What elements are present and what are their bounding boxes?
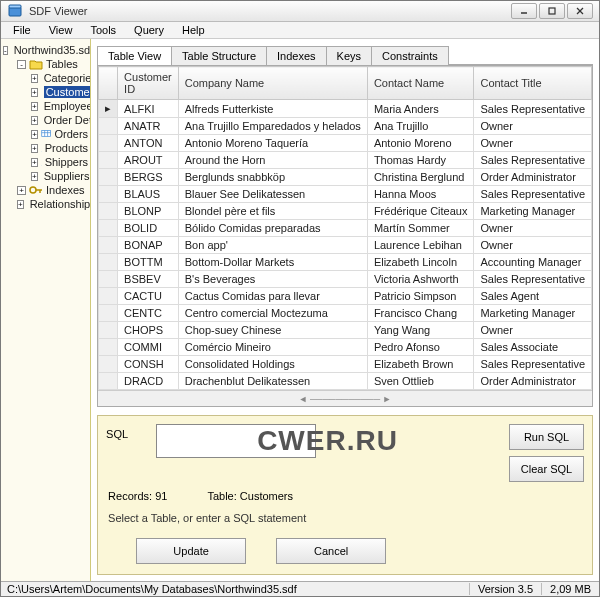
cell[interactable]: Francisco Chang <box>367 305 474 322</box>
table-row[interactable]: BOTTMBottom-Dollar MarketsElizabeth Linc… <box>99 254 592 271</box>
cell[interactable]: ANTON <box>118 135 179 152</box>
cell[interactable]: BONAP <box>118 237 179 254</box>
cell[interactable]: Accounting Manager <box>474 254 592 271</box>
tree-tables[interactable]: - Tables <box>17 57 88 71</box>
cell[interactable]: BOTTM <box>118 254 179 271</box>
cell[interactable]: Sales Representative <box>474 152 592 169</box>
tree-indexes[interactable]: + Indexes <box>17 183 88 197</box>
cell[interactable]: Martín Sommer <box>367 220 474 237</box>
row-selector[interactable] <box>99 305 118 322</box>
column-header[interactable]: Company Name <box>178 67 367 100</box>
tree-table-item[interactable]: +Shippers <box>31 155 88 169</box>
row-selector[interactable] <box>99 186 118 203</box>
table-row[interactable]: CHOPSChop-suey ChineseYang WangOwner <box>99 322 592 339</box>
menu-tools[interactable]: Tools <box>82 22 124 38</box>
expand-toggle[interactable]: + <box>31 116 38 125</box>
table-row[interactable]: DRACDDrachenblut DelikatessenSven Ottlie… <box>99 373 592 390</box>
cell[interactable]: Blauer See Delikatessen <box>178 186 367 203</box>
cell[interactable]: BLONP <box>118 203 179 220</box>
table-row[interactable]: ANTONAntonio Moreno TaqueríaAntonio More… <box>99 135 592 152</box>
row-selector[interactable] <box>99 373 118 390</box>
cell[interactable]: Antonio Moreno <box>367 135 474 152</box>
table-row[interactable]: COMMIComércio MineiroPedro AfonsoSales A… <box>99 339 592 356</box>
expand-toggle[interactable]: + <box>31 130 38 139</box>
row-selector[interactable] <box>99 288 118 305</box>
table-row[interactable]: BLAUSBlauer See DelikatessenHanna MoosSa… <box>99 186 592 203</box>
expand-toggle[interactable]: - <box>3 46 8 55</box>
cell[interactable]: ALFKI <box>118 100 179 118</box>
cell[interactable]: Ana Trujillo <box>367 118 474 135</box>
expand-toggle[interactable]: + <box>17 200 24 209</box>
expand-toggle[interactable]: + <box>31 144 38 153</box>
cell[interactable]: CHOPS <box>118 322 179 339</box>
cell[interactable]: Owner <box>474 237 592 254</box>
menu-view[interactable]: View <box>41 22 81 38</box>
maximize-button[interactable] <box>539 3 565 19</box>
table-row[interactable]: CACTUCactus Comidas para llevarPatricio … <box>99 288 592 305</box>
cell[interactable]: Maria Anders <box>367 100 474 118</box>
cell[interactable]: Sales Representative <box>474 186 592 203</box>
cell[interactable]: Order Administrator <box>474 373 592 390</box>
cell[interactable]: Frédérique Citeaux <box>367 203 474 220</box>
cell[interactable]: BLAUS <box>118 186 179 203</box>
cell[interactable]: Drachenblut Delikatessen <box>178 373 367 390</box>
table-row[interactable]: BLONPBlondel père et filsFrédérique Cite… <box>99 203 592 220</box>
tab-table-structure[interactable]: Table Structure <box>171 46 267 65</box>
sql-input[interactable] <box>156 424 316 458</box>
tree-root[interactable]: - Northwind35.sdf <box>3 43 88 57</box>
cell[interactable]: Laurence Lebihan <box>367 237 474 254</box>
cell[interactable]: Yang Wang <box>367 322 474 339</box>
row-selector[interactable] <box>99 322 118 339</box>
cell[interactable]: Bon app' <box>178 237 367 254</box>
tree-table-item[interactable]: +Products <box>31 141 88 155</box>
cell[interactable]: Consolidated Holdings <box>178 356 367 373</box>
cell[interactable]: BSBEV <box>118 271 179 288</box>
cell[interactable]: BERGS <box>118 169 179 186</box>
tab-keys[interactable]: Keys <box>326 46 372 65</box>
update-button[interactable]: Update <box>136 538 246 564</box>
tree-table-item[interactable]: +Order Details <box>31 113 88 127</box>
cell[interactable]: Order Administrator <box>474 169 592 186</box>
close-button[interactable] <box>567 3 593 19</box>
row-selector[interactable] <box>99 135 118 152</box>
grid-scroll[interactable]: Customer IDCompany NameContact NameConta… <box>98 66 592 390</box>
cell[interactable]: Berglunds snabbköp <box>178 169 367 186</box>
row-selector[interactable] <box>99 152 118 169</box>
cell[interactable]: B's Beverages <box>178 271 367 288</box>
tree-table-item[interactable]: +Suppliers <box>31 169 88 183</box>
minimize-button[interactable] <box>511 3 537 19</box>
cell[interactable]: Sales Associate <box>474 339 592 356</box>
cell[interactable]: Bólido Comidas preparadas <box>178 220 367 237</box>
cell[interactable]: Sales Representative <box>474 356 592 373</box>
column-header[interactable]: Contact Name <box>367 67 474 100</box>
cell[interactable]: Christina Berglund <box>367 169 474 186</box>
row-selector[interactable]: ▸ <box>99 100 118 118</box>
cell[interactable]: Blondel père et fils <box>178 203 367 220</box>
table-row[interactable]: BOLIDBólido Comidas preparadasMartín Som… <box>99 220 592 237</box>
tab-table-view[interactable]: Table View <box>97 46 172 65</box>
expand-toggle[interactable]: + <box>31 88 38 97</box>
tree-table-item[interactable]: +Customers <box>31 85 88 99</box>
cell[interactable]: Alfreds Futterkiste <box>178 100 367 118</box>
table-row[interactable]: CONSHConsolidated HoldingsElizabeth Brow… <box>99 356 592 373</box>
row-selector[interactable] <box>99 237 118 254</box>
cell[interactable]: Antonio Moreno Taquería <box>178 135 367 152</box>
cell[interactable]: Owner <box>474 118 592 135</box>
horizontal-scrollbar[interactable]: ◄ ─────────── ► <box>98 390 592 406</box>
expand-toggle[interactable]: + <box>31 172 38 181</box>
cell[interactable]: Owner <box>474 322 592 339</box>
row-selector[interactable] <box>99 203 118 220</box>
menu-query[interactable]: Query <box>126 22 172 38</box>
tree-table-item[interactable]: +Employees <box>31 99 88 113</box>
column-header[interactable]: Contact Title <box>474 67 592 100</box>
row-selector[interactable] <box>99 356 118 373</box>
table-row[interactable]: BERGSBerglunds snabbköpChristina Berglun… <box>99 169 592 186</box>
clear-sql-button[interactable]: Clear SQL <box>509 456 584 482</box>
cell[interactable]: Centro comercial Moctezuma <box>178 305 367 322</box>
table-row[interactable]: CENTCCentro comercial MoctezumaFrancisco… <box>99 305 592 322</box>
cell[interactable]: Elizabeth Lincoln <box>367 254 474 271</box>
menu-help[interactable]: Help <box>174 22 213 38</box>
cell[interactable]: Bottom-Dollar Markets <box>178 254 367 271</box>
expand-toggle[interactable]: - <box>17 60 26 69</box>
table-row[interactable]: BSBEVB's BeveragesVictoria AshworthSales… <box>99 271 592 288</box>
